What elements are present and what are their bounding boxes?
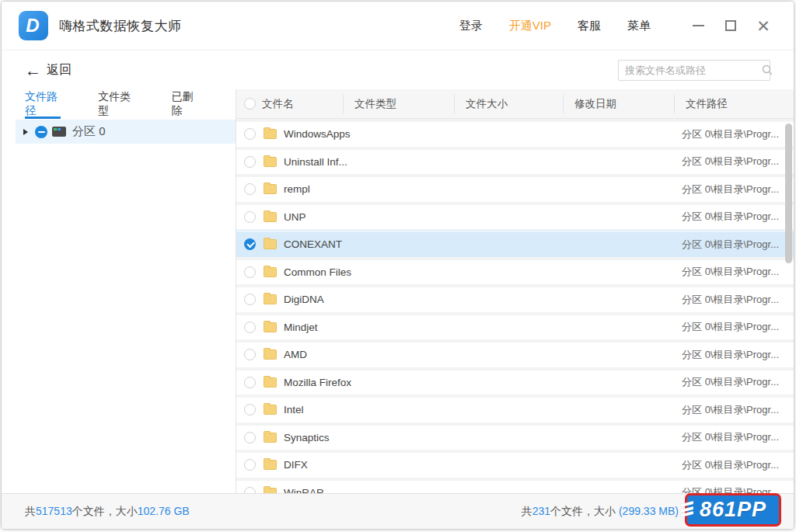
vip-link[interactable]: 开通VIP bbox=[509, 19, 551, 33]
row-select-radio[interactable] bbox=[244, 183, 256, 195]
tab-file-type[interactable]: 文件类型 bbox=[98, 89, 134, 119]
tab-file-path[interactable]: 文件路径 bbox=[25, 89, 61, 119]
file-path: 分区 0\根目录\Progr... bbox=[682, 403, 779, 417]
table-row[interactable]: WindowsApps 分区 0\根目录\Progr... bbox=[236, 119, 794, 147]
file-name: Mozilla Firefox bbox=[284, 377, 351, 388]
row-select-radio[interactable] bbox=[244, 211, 256, 223]
tab-deleted[interactable]: 已删除 bbox=[171, 89, 198, 119]
close-button[interactable]: ✕ bbox=[752, 14, 775, 37]
row-select-radio[interactable] bbox=[244, 377, 256, 388]
folder-icon bbox=[264, 460, 277, 470]
row-select-radio[interactable] bbox=[244, 322, 256, 333]
maximize-button[interactable] bbox=[719, 14, 742, 37]
table-row[interactable]: rempl 分区 0\根目录\Progr... bbox=[236, 174, 794, 202]
folder-icon bbox=[264, 349, 277, 360]
table-header: 文件名 文件类型 文件大小 修改日期 文件路径 bbox=[236, 89, 794, 119]
select-all-radio[interactable] bbox=[244, 98, 256, 110]
login-link[interactable]: 登录 bbox=[459, 19, 483, 33]
file-path: 分区 0\根目录\Progr... bbox=[682, 320, 779, 334]
table-row[interactable]: DigiDNA 分区 0\根目录\Progr... bbox=[236, 284, 794, 312]
folder-icon bbox=[264, 377, 277, 388]
header-filename[interactable]: 文件名 bbox=[236, 95, 344, 113]
row-select-radio[interactable] bbox=[244, 432, 256, 443]
file-path: 分区 0\根目录\Progr... bbox=[682, 155, 779, 169]
status-right-middle: 个文件，大小 bbox=[550, 505, 619, 517]
header-modified-date[interactable]: 修改日期 bbox=[564, 95, 675, 113]
file-path: 分区 0\根目录\Progr... bbox=[682, 485, 779, 493]
file-name: Synaptics bbox=[284, 432, 330, 443]
drive-icon bbox=[52, 127, 66, 137]
folder-icon bbox=[264, 433, 277, 443]
file-path: 分区 0\根目录\Progr... bbox=[682, 238, 779, 252]
file-name: UNP bbox=[284, 211, 306, 223]
file-name: WindowsApps bbox=[284, 128, 351, 140]
window-controls: ✕ bbox=[677, 14, 775, 37]
table-row[interactable]: UNP 分区 0\根目录\Progr... bbox=[236, 202, 794, 230]
logo-letter: D bbox=[26, 16, 39, 35]
table-row[interactable]: Common Files 分区 0\根目录\Progr... bbox=[236, 257, 794, 285]
row-select-radio[interactable] bbox=[244, 404, 256, 416]
file-name: DigiDNA bbox=[284, 294, 324, 305]
table-row[interactable]: DIFX 分区 0\根目录\Progr... bbox=[236, 450, 794, 478]
row-select-radio[interactable] bbox=[244, 238, 256, 250]
table-row[interactable]: Mozilla Firefox 分区 0\根目录\Progr... bbox=[236, 367, 794, 395]
row-select-radio[interactable] bbox=[244, 128, 256, 140]
search-icon bbox=[762, 64, 773, 75]
header-filesize[interactable]: 文件大小 bbox=[455, 95, 564, 113]
file-name: Uninstall Inf... bbox=[284, 156, 347, 168]
header-filetype[interactable]: 文件类型 bbox=[344, 95, 455, 113]
app-title: 嗨格式数据恢复大师 bbox=[59, 17, 182, 35]
folder-icon bbox=[264, 267, 277, 277]
file-path: 分区 0\根目录\Progr... bbox=[682, 430, 779, 444]
table-row[interactable]: AMD 分区 0\根目录\Progr... bbox=[236, 339, 794, 367]
row-select-radio[interactable] bbox=[244, 156, 256, 168]
file-path: 分区 0\根目录\Progr... bbox=[682, 375, 779, 389]
status-left-count: 517513 bbox=[36, 505, 72, 517]
status-left-prefix: 共 bbox=[25, 505, 36, 517]
folder-icon bbox=[264, 294, 277, 304]
row-select-radio[interactable] bbox=[244, 294, 256, 305]
file-name: Common Files bbox=[284, 266, 351, 278]
search-box[interactable] bbox=[618, 60, 770, 81]
file-name: Mindjet bbox=[284, 322, 318, 333]
row-select-radio[interactable] bbox=[244, 459, 256, 471]
file-name: AMD bbox=[284, 349, 307, 360]
table-row[interactable]: Intel 分区 0\根目录\Progr... bbox=[236, 395, 794, 422]
status-right: 共231个文件，大小 (299.33 MB) bbox=[522, 505, 679, 519]
table-row[interactable]: CONEXANT 分区 0\根目录\Progr... bbox=[236, 229, 794, 257]
file-name: CONEXANT bbox=[284, 238, 342, 250]
folder-icon bbox=[264, 184, 277, 194]
back-button[interactable]: ← 返回 bbox=[25, 62, 72, 78]
minimize-icon bbox=[693, 25, 704, 26]
folder-icon bbox=[264, 157, 277, 167]
folder-icon bbox=[264, 239, 277, 249]
search-input[interactable] bbox=[625, 64, 762, 76]
status-right-prefix: 共 bbox=[522, 505, 532, 517]
tree-item-partition-0[interactable]: 分区 0 bbox=[16, 120, 236, 144]
partial-select-checkbox-icon[interactable] bbox=[35, 126, 47, 138]
table-row[interactable]: Uninstall Inf... 分区 0\根目录\Progr... bbox=[236, 147, 794, 175]
file-path: 分区 0\根目录\Progr... bbox=[682, 458, 779, 472]
row-select-radio[interactable] bbox=[244, 349, 256, 360]
file-path: 分区 0\根目录\Progr... bbox=[682, 265, 779, 279]
caret-right-icon[interactable] bbox=[23, 129, 28, 135]
table-row[interactable]: Synaptics 分区 0\根目录\Progr... bbox=[236, 422, 794, 450]
table-row[interactable]: Mindjet 分区 0\根目录\Progr... bbox=[236, 312, 794, 340]
folder-icon bbox=[264, 405, 277, 415]
status-right-count: 231 bbox=[532, 505, 550, 517]
main-content: 文件路径 文件类型 已删除 分区 0 文件名 文件类型 文件大小 修改日期 bbox=[2, 89, 794, 493]
customer-service-link[interactable]: 客服 bbox=[578, 19, 601, 33]
status-left-middle: 个文件，大小 bbox=[72, 505, 138, 517]
row-select-radio[interactable] bbox=[244, 487, 256, 493]
table-row[interactable]: WinRAR 分区 0\根目录\Progr... bbox=[236, 478, 794, 494]
close-icon: ✕ bbox=[756, 18, 770, 34]
folder-icon bbox=[264, 129, 277, 139]
vertical-scrollbar-thumb[interactable] bbox=[785, 123, 792, 263]
menu-link[interactable]: 菜单 bbox=[627, 19, 651, 33]
folder-icon bbox=[264, 212, 277, 222]
row-select-radio[interactable] bbox=[244, 266, 256, 278]
watermark-speed-lines-icon bbox=[681, 502, 693, 518]
minimize-button[interactable] bbox=[686, 14, 710, 37]
header-filepath[interactable]: 文件路径 bbox=[675, 95, 794, 113]
file-path: 分区 0\根目录\Progr... bbox=[682, 127, 779, 141]
